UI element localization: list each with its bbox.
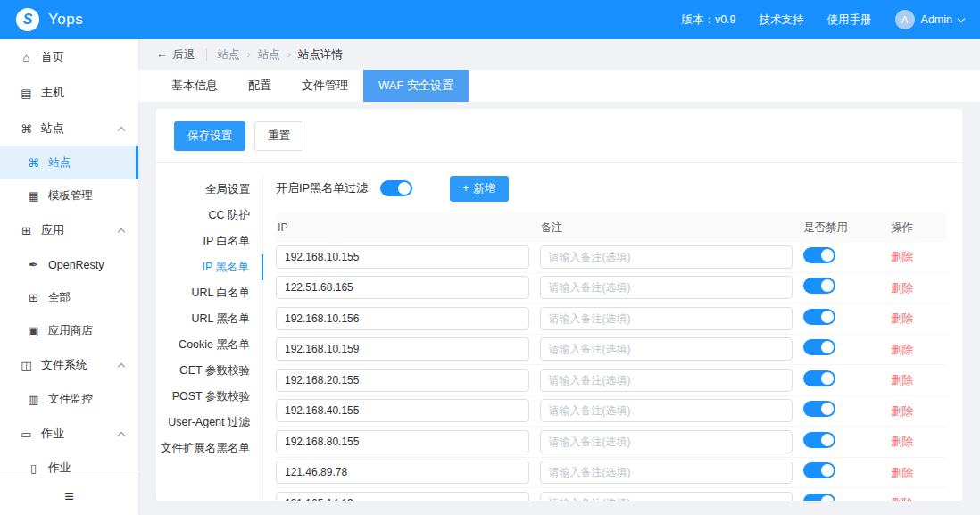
delete-link[interactable]: 删除: [891, 282, 913, 295]
tab-waf[interactable]: WAF 安全设置: [363, 70, 469, 102]
sidebar-item-home[interactable]: ⌂首页: [0, 39, 138, 75]
toggle-knob: [821, 279, 834, 292]
disable-toggle[interactable]: [803, 401, 835, 417]
sidebar-subitem-app-store[interactable]: ▣应用商店: [0, 314, 138, 347]
remark-input[interactable]: [540, 430, 793, 453]
tab-basic[interactable]: 基本信息: [156, 70, 233, 102]
ip-input[interactable]: [276, 492, 529, 501]
sidebar-subitem-site[interactable]: ⌘站点: [0, 146, 138, 179]
sidebar-subitem-all-apps[interactable]: ⊞全部: [0, 281, 138, 314]
disable-toggle[interactable]: [803, 370, 835, 386]
back-label: 后退: [173, 47, 195, 62]
waf-menu-item-get-check[interactable]: GET 参数校验: [156, 358, 262, 384]
ip-input[interactable]: [276, 461, 529, 484]
ip-cell: [276, 369, 529, 392]
back-arrow-icon: ←: [156, 48, 168, 61]
breadcrumb-item[interactable]: 站点: [218, 47, 240, 62]
remark-input[interactable]: [540, 492, 793, 501]
disable-cell: [803, 401, 880, 420]
sidebar-item-job[interactable]: ▭作业: [0, 416, 138, 452]
waf-menu-item-ip-white[interactable]: IP 白名单: [156, 228, 262, 254]
tab-config[interactable]: 配置: [233, 70, 287, 102]
waf-menu-item-cookie-black[interactable]: Cookie 黑名单: [156, 332, 262, 358]
delete-link[interactable]: 删除: [891, 497, 913, 501]
delete-link[interactable]: 删除: [891, 344, 913, 356]
add-button-label: 新增: [474, 181, 496, 196]
waf-menu-item-post-check[interactable]: POST 参数校验: [156, 384, 262, 410]
disable-toggle[interactable]: [803, 339, 835, 355]
chevron-up-icon: [118, 362, 125, 370]
panel-toolbar: 保存设置 重置: [156, 109, 962, 163]
sidebar-item-site[interactable]: ⌘站点: [0, 111, 138, 146]
delete-link[interactable]: 删除: [891, 251, 913, 263]
sidebar-item-filesystem[interactable]: ◫文件系统: [0, 347, 138, 383]
disable-toggle[interactable]: [803, 432, 835, 448]
sidebar-collapse-button[interactable]: ≡: [0, 478, 138, 515]
sidebar-subitem-openresty[interactable]: ✒OpenResty: [0, 248, 138, 281]
ip-input[interactable]: [276, 337, 529, 361]
ip-input[interactable]: [276, 399, 529, 422]
filter-toggle[interactable]: [380, 180, 412, 196]
add-button[interactable]: + 新增: [450, 176, 508, 202]
remark-input[interactable]: [540, 461, 793, 484]
waf-menu-item-ext-black[interactable]: 文件扩展名黑名单: [156, 436, 262, 461]
ip-input[interactable]: [276, 307, 529, 330]
disable-toggle[interactable]: [803, 309, 835, 325]
apps-grid-icon: ⊞: [20, 224, 33, 237]
home-icon: ⌂: [20, 51, 33, 64]
waf-menu-item-url-white[interactable]: URL 白名单: [156, 280, 262, 306]
waf-menu-item-global[interactable]: 全局设置: [156, 177, 262, 203]
remark-input[interactable]: [540, 399, 793, 422]
breadcrumb-divider: [206, 49, 207, 61]
disable-toggle[interactable]: [803, 462, 835, 478]
back-button[interactable]: ← 后退: [156, 47, 195, 62]
ip-input[interactable]: [276, 276, 529, 299]
remark-input[interactable]: [540, 307, 793, 330]
sidebar-subitem-template-manage[interactable]: ▦模板管理: [0, 179, 138, 212]
breadcrumb-item[interactable]: 站点: [258, 47, 280, 62]
logo-icon: S: [16, 8, 39, 31]
header-right: 版本：v0.9 技术支持 使用手册 A Admin: [681, 10, 964, 29]
delete-link[interactable]: 删除: [891, 405, 913, 418]
plus-icon: +: [462, 182, 469, 195]
remark-input[interactable]: [540, 337, 793, 361]
delete-link[interactable]: 删除: [891, 374, 913, 386]
delete-link[interactable]: 删除: [891, 312, 913, 325]
store-icon: ▣: [27, 324, 40, 337]
disable-toggle[interactable]: [803, 247, 835, 263]
ip-input[interactable]: [276, 369, 529, 392]
save-settings-button[interactable]: 保存设置: [174, 121, 245, 151]
reset-button[interactable]: 重置: [254, 121, 303, 151]
sidebar-subitem-file-monitor[interactable]: ▥文件监控: [0, 383, 138, 416]
waf-menu-item-ua-filter[interactable]: User-Agent 过滤: [156, 410, 262, 436]
tab-files[interactable]: 文件管理: [287, 70, 363, 102]
waf-menu-item-ip-black[interactable]: IP 黑名单: [156, 254, 263, 280]
waf-menu-item-cc[interactable]: CC 防护: [156, 203, 262, 228]
file-monitor-icon: ▥: [27, 393, 40, 406]
remark-cell: [540, 369, 793, 392]
breadcrumb: 站点›站点›站点详情: [218, 47, 343, 62]
disable-toggle[interactable]: [803, 494, 835, 501]
delete-link[interactable]: 删除: [891, 436, 913, 448]
manual-link[interactable]: 使用手册: [827, 12, 872, 28]
remark-input[interactable]: [540, 245, 793, 269]
remark-input[interactable]: [540, 276, 793, 299]
ip-input[interactable]: [276, 430, 529, 453]
ip-input[interactable]: [276, 245, 529, 269]
remark-input[interactable]: [540, 369, 793, 392]
column-header: 操作: [891, 220, 943, 236]
support-link[interactable]: 技术支持: [760, 12, 804, 28]
action-cell: 删除: [891, 341, 943, 358]
sidebar-menu: ⌂首页▤主机⌘站点⌘站点▦模板管理⊞应用✒OpenResty⊞全部▣应用商店◫文…: [0, 39, 138, 485]
disable-cell: [803, 339, 880, 359]
delete-link[interactable]: 删除: [891, 467, 913, 479]
waf-menu-item-url-black[interactable]: URL 黑名单: [156, 306, 262, 332]
sidebar-item-host[interactable]: ▤主机: [0, 75, 138, 111]
sidebar-item-app[interactable]: ⊞应用: [0, 212, 138, 248]
user-menu[interactable]: A Admin: [895, 10, 964, 29]
toggle-knob: [821, 434, 834, 446]
disable-toggle[interactable]: [803, 278, 835, 294]
feather-icon: ✒: [27, 258, 40, 271]
table-row: 删除: [276, 458, 946, 489]
toggle-knob: [821, 372, 834, 385]
